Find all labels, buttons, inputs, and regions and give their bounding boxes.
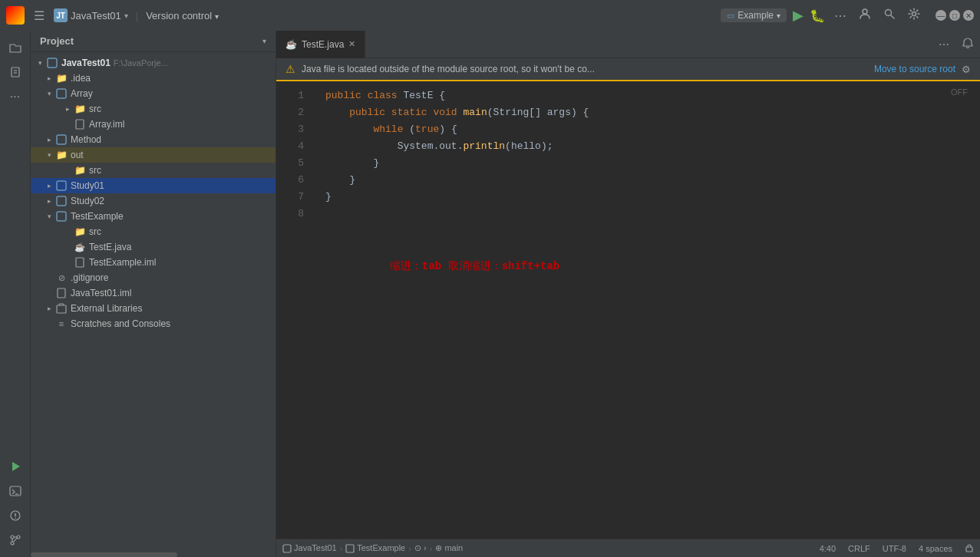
close-button[interactable]: ✕ bbox=[963, 10, 974, 21]
module-icon-study01 bbox=[55, 180, 68, 192]
icon-sidebar: ··· bbox=[0, 31, 31, 557]
tree-arrow-root bbox=[34, 57, 46, 69]
minimize-button[interactable]: — bbox=[935, 10, 946, 21]
module-icon-array bbox=[55, 87, 68, 100]
breadcrumb-method[interactable]: ⊕ main bbox=[435, 543, 463, 553]
tree-label-array-iml: Array.iml bbox=[89, 119, 124, 130]
svg-marker-7 bbox=[12, 462, 20, 471]
run-config-chevron-icon: ▾ bbox=[777, 12, 780, 20]
tree-item-out-src[interactable]: 📁 src bbox=[31, 163, 276, 178]
code-content[interactable]: public class TestE { public static void … bbox=[313, 81, 980, 539]
breadcrumb-sep-2: › bbox=[408, 544, 411, 553]
notifications-button[interactable] bbox=[955, 37, 980, 51]
app-logo bbox=[6, 6, 25, 25]
tree-item-gitignore[interactable]: ⊘ .gitignore bbox=[31, 270, 276, 285]
folder-icon-array-src: 📁 bbox=[74, 103, 86, 115]
warning-settings-icon[interactable]: ⚙ bbox=[962, 64, 971, 75]
vcs-menu[interactable]: Version control ▾ bbox=[146, 10, 219, 21]
svg-rect-27 bbox=[346, 545, 354, 552]
breadcrumb-class[interactable]: ⊙ › bbox=[414, 543, 427, 553]
lock-icon[interactable] bbox=[965, 543, 974, 554]
project-scrollbar-thumb bbox=[31, 552, 177, 557]
more-options-button[interactable]: ⋯ bbox=[831, 5, 850, 26]
tree-item-array[interactable]: Array bbox=[31, 86, 276, 101]
tree-arrow-array-iml bbox=[61, 118, 74, 130]
tree-item-array-iml[interactable]: Array.iml bbox=[31, 117, 276, 132]
terminal-button[interactable] bbox=[5, 480, 26, 502]
line-numbers: 1 2 3 4 5 6 7 8 bbox=[276, 81, 313, 539]
warning-icon: ⚠ bbox=[285, 63, 295, 75]
tree-item-testexample[interactable]: TestExample bbox=[31, 209, 276, 224]
svg-point-3 bbox=[912, 12, 916, 16]
project-switcher[interactable]: JT JavaTest01 ▾ bbox=[54, 8, 128, 22]
bookmarks-button[interactable] bbox=[5, 61, 26, 83]
tree-item-idea[interactable]: 📁 .idea bbox=[31, 71, 276, 86]
tab-close-teste[interactable]: ✕ bbox=[348, 39, 355, 49]
tree-arrow-study01 bbox=[43, 180, 55, 192]
tree-item-out[interactable]: 📁 out bbox=[31, 147, 276, 163]
run-config-icon: ▭ bbox=[727, 11, 734, 21]
more-sidebar-button[interactable]: ··· bbox=[5, 86, 26, 107]
module-icon-testexample bbox=[55, 210, 68, 222]
folder-view-button[interactable] bbox=[5, 37, 26, 58]
tree-item-study02[interactable]: Study02 bbox=[31, 193, 276, 209]
tree-label-out: out bbox=[71, 150, 84, 160]
svg-point-14 bbox=[17, 536, 20, 539]
settings-button[interactable] bbox=[905, 5, 923, 26]
tree-item-array-src[interactable]: 📁 src bbox=[31, 101, 276, 117]
project-scrollbar[interactable] bbox=[31, 551, 276, 557]
module-icon-study02 bbox=[55, 195, 68, 207]
debug-button[interactable]: 🐛 bbox=[810, 8, 825, 23]
svg-point-0 bbox=[863, 9, 867, 14]
tree-item-javatest01-iml[interactable]: JavaTest01.iml bbox=[31, 285, 276, 301]
breadcrumb-project[interactable]: JavaTest01 bbox=[282, 543, 337, 553]
tree-arrow-testexample-iml bbox=[61, 256, 74, 269]
code-editor[interactable]: 1 2 3 4 5 6 7 8 public class TestE { pub… bbox=[276, 81, 980, 539]
problems-button[interactable] bbox=[5, 505, 26, 526]
tree-label-te-src: src bbox=[89, 226, 101, 237]
tree-item-teste-java[interactable]: ☕ TestE.java bbox=[31, 239, 276, 255]
svg-rect-17 bbox=[57, 89, 66, 98]
profile-button[interactable] bbox=[856, 5, 874, 26]
folder-icon-te-src: 📁 bbox=[74, 226, 86, 238]
hint-middle: 取消缩进： bbox=[441, 260, 501, 272]
file-icon-javatest01-iml bbox=[55, 287, 68, 299]
move-to-source-root-button[interactable]: Move to source root bbox=[874, 64, 955, 74]
cursor-position[interactable]: 4:40 bbox=[820, 544, 836, 553]
vcs-sidebar-button[interactable] bbox=[5, 529, 26, 551]
encoding[interactable]: UTF-8 bbox=[883, 544, 906, 553]
run-configuration[interactable]: ▭ Example ▾ bbox=[721, 8, 787, 22]
maximize-button[interactable]: □ bbox=[949, 10, 960, 21]
svg-rect-4 bbox=[12, 68, 19, 77]
tree-label-method: Method bbox=[71, 134, 101, 145]
tree-item-study01[interactable]: Study01 bbox=[31, 178, 276, 193]
tree-root[interactable]: JavaTest01 F:\JavaPorje... bbox=[31, 55, 276, 71]
file-icon-testexample-iml bbox=[74, 256, 86, 269]
tab-more-button[interactable]: ⋯ bbox=[932, 38, 955, 51]
tree-label-array-src: src bbox=[89, 104, 101, 114]
run-button[interactable]: ▶ bbox=[793, 7, 803, 24]
tree-item-scratches[interactable]: ≡ Scratches and Consoles bbox=[31, 316, 276, 331]
tree-arrow-out-src bbox=[61, 164, 74, 176]
line-num-8: 8 bbox=[276, 206, 304, 222]
tree-item-ext-libs[interactable]: External Libraries bbox=[31, 301, 276, 316]
window-controls: — □ ✕ bbox=[935, 10, 974, 21]
tree-item-testexample-iml[interactable]: TestExample.iml bbox=[31, 255, 276, 270]
indent-setting[interactable]: 4 spaces bbox=[919, 544, 952, 553]
status-right: 4:40 CRLF UTF-8 4 spaces bbox=[820, 543, 974, 554]
tab-teste-java[interactable]: ☕ TestE.java ✕ bbox=[276, 31, 365, 58]
run-sidebar-button[interactable] bbox=[5, 456, 26, 477]
tree-item-te-src[interactable]: 📁 src bbox=[31, 224, 276, 239]
menu-button[interactable]: ☰ bbox=[31, 5, 48, 26]
tree-arrow-method bbox=[43, 133, 55, 146]
search-button[interactable] bbox=[880, 5, 899, 26]
warning-text: Java file is located outside of the modu… bbox=[302, 64, 868, 74]
tree-arrow-javatest01-iml bbox=[43, 287, 55, 299]
tree-item-method[interactable]: Method bbox=[31, 132, 276, 147]
line-ending[interactable]: CRLF bbox=[848, 544, 870, 553]
breadcrumb-module[interactable]: TestExample bbox=[345, 543, 405, 553]
code-line-6: } bbox=[325, 172, 968, 189]
titlebar-separator: | bbox=[136, 10, 138, 21]
svg-rect-20 bbox=[57, 181, 66, 190]
project-tree: JavaTest01 F:\JavaPorje... 📁 .idea Array bbox=[31, 52, 276, 551]
